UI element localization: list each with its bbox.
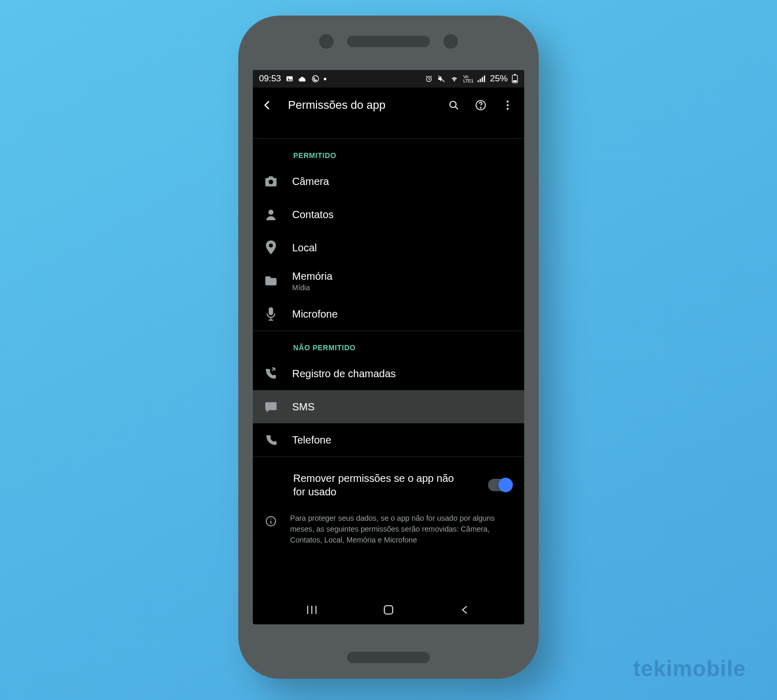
remove-permissions-toggle-row[interactable]: Remover permissões se o app não for usad… <box>253 457 524 503</box>
permission-label: SMS <box>292 401 314 413</box>
help-icon <box>474 99 487 111</box>
alarm-icon <box>425 75 433 83</box>
permission-row-contacts[interactable]: Contatos <box>253 198 524 231</box>
permission-sublabel: Mídia <box>292 283 333 292</box>
permission-label: Registro de chamadas <box>292 368 396 380</box>
navigation-bar <box>253 595 524 624</box>
toggle-switch[interactable] <box>488 479 512 491</box>
svg-point-12 <box>450 102 456 108</box>
watermark: tekimobile <box>633 656 746 681</box>
permission-label: Memória <box>292 270 333 282</box>
mute-icon <box>437 75 445 83</box>
svg-point-18 <box>507 108 509 110</box>
permission-label: Telefone <box>292 434 332 446</box>
image-icon <box>285 75 294 83</box>
svg-rect-10 <box>514 74 516 75</box>
svg-point-19 <box>269 180 274 184</box>
info-text: Para proteger seus dados, se o app não f… <box>290 513 514 546</box>
svg-point-16 <box>507 101 509 103</box>
info-row: Para proteger seus dados, se o app não f… <box>253 503 524 551</box>
recents-icon <box>306 605 318 615</box>
volte-indicator: VoLTE1 <box>463 75 473 83</box>
svg-point-1 <box>287 78 289 79</box>
back-nav-icon <box>460 605 470 615</box>
content-area: PERMITIDO Câmera Contatos Local Memória <box>253 123 524 595</box>
signal-icon <box>478 75 486 82</box>
svg-rect-11 <box>513 80 517 82</box>
cloud-icon <box>298 75 307 82</box>
phone-bottom-hardware <box>347 652 430 663</box>
location-icon <box>265 240 277 255</box>
app-bar: Permissões do app <box>253 88 524 123</box>
sms-icon <box>264 401 278 413</box>
dot-indicator <box>324 78 326 80</box>
svg-point-17 <box>507 104 509 106</box>
permission-row-microphone[interactable]: Microfone <box>253 297 524 331</box>
info-icon <box>265 515 277 527</box>
svg-rect-5 <box>478 80 479 82</box>
svg-line-13 <box>455 107 458 109</box>
battery-percentage: 25% <box>490 74 508 84</box>
section-allowed-label: PERMITIDO <box>253 139 524 165</box>
status-time: 09:53 <box>259 74 281 84</box>
screen: 09:53 VoLTE1 25% Permissões do app <box>253 70 524 624</box>
svg-rect-31 <box>384 606 393 614</box>
search-icon <box>448 99 460 111</box>
home-icon <box>382 604 395 616</box>
svg-rect-7 <box>482 77 483 82</box>
phone-frame: 09:53 VoLTE1 25% Permissões do app <box>238 16 539 679</box>
permission-label: Câmera <box>292 176 329 188</box>
phone-top-hardware <box>238 34 539 49</box>
permission-row-storage[interactable]: Memória Mídia <box>253 264 524 297</box>
toggle-label: Remover permissões se o app não for usad… <box>293 472 459 498</box>
more-vert-icon <box>501 99 514 111</box>
permission-row-calllog[interactable]: Registro de chamadas <box>253 357 524 390</box>
calllog-icon <box>264 367 278 380</box>
camera-icon <box>264 176 278 187</box>
whatsapp-icon <box>311 75 320 83</box>
contacts-icon <box>265 208 277 221</box>
chevron-left-icon <box>261 98 274 112</box>
svg-point-27 <box>270 519 271 520</box>
more-button[interactable] <box>495 93 520 118</box>
microphone-icon <box>266 307 276 321</box>
permission-row-phone[interactable]: Telefone <box>253 423 524 456</box>
svg-point-20 <box>268 210 274 215</box>
svg-point-15 <box>480 107 481 108</box>
permission-label: Microfone <box>292 308 338 320</box>
phone-icon <box>265 434 277 446</box>
nav-home-button[interactable] <box>378 604 399 616</box>
page-title: Permissões do app <box>288 98 439 112</box>
wifi-icon <box>450 75 459 82</box>
permission-row-sms[interactable]: SMS <box>253 390 524 423</box>
svg-rect-6 <box>480 79 481 82</box>
svg-point-21 <box>269 244 273 248</box>
svg-rect-8 <box>484 76 485 82</box>
search-button[interactable] <box>441 93 466 118</box>
nav-back-button[interactable] <box>455 605 476 615</box>
nav-recents-button[interactable] <box>301 605 322 615</box>
back-button[interactable] <box>255 93 280 118</box>
permission-row-location[interactable]: Local <box>253 231 524 264</box>
storage-icon <box>264 275 278 287</box>
battery-icon <box>512 74 518 83</box>
permission-row-camera[interactable]: Câmera <box>253 165 524 198</box>
help-button[interactable] <box>468 93 493 118</box>
permission-label: Contatos <box>292 209 334 221</box>
section-denied-label: NÃO PERMITIDO <box>253 331 524 357</box>
status-bar: 09:53 VoLTE1 25% <box>253 70 524 88</box>
permission-label: Local <box>292 242 317 254</box>
svg-rect-22 <box>269 307 274 315</box>
